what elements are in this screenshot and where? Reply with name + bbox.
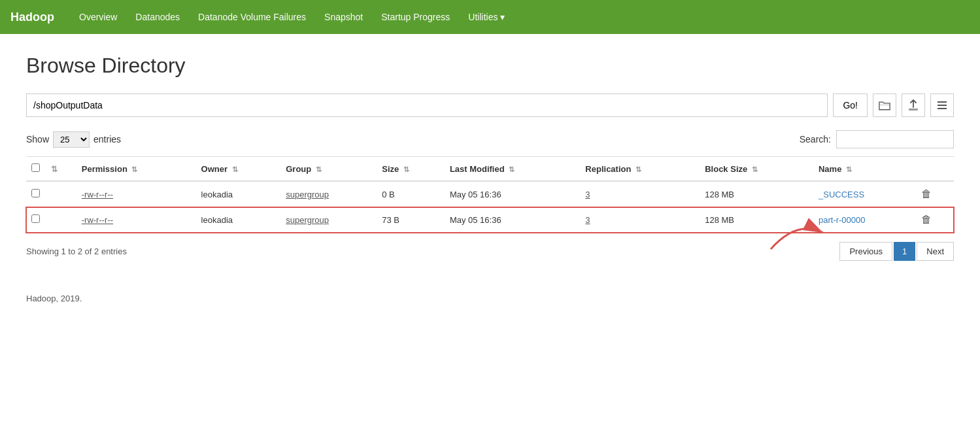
entries-select[interactable]: 10 25 50 100 — [53, 131, 90, 148]
copyright: Hadoop, 2019. — [26, 294, 954, 303]
page-title: Browse Directory — [26, 54, 954, 78]
sort-owner-icon: ⇅ — [232, 165, 238, 173]
nav-utilities[interactable]: Utilities ▾ — [459, 12, 514, 22]
row-owner-1: leokadia — [196, 207, 281, 233]
row-checkbox-1[interactable] — [31, 214, 40, 223]
svg-rect-1 — [938, 101, 947, 103]
row-modified-0: May 05 16:36 — [445, 181, 580, 207]
row-blocksize-0: 128 MB — [700, 181, 813, 207]
search-input[interactable] — [836, 130, 954, 148]
sort-group-icon: ⇅ — [316, 165, 322, 173]
list-icon — [937, 100, 947, 110]
row-name-0[interactable]: _SUCCESS — [813, 181, 916, 207]
list-icon-button[interactable] — [930, 93, 954, 117]
row-group-0: supergroup — [280, 181, 377, 207]
upload-icon — [908, 99, 919, 111]
upload-icon-button[interactable] — [902, 93, 925, 117]
th-last-modified[interactable]: Last Modified ⇅ — [445, 157, 580, 182]
th-block-size[interactable]: Block Size ⇅ — [700, 157, 813, 182]
nav-datanode-volume-failures[interactable]: Datanode Volume Failures — [189, 0, 315, 34]
row-replication-1: 3 — [580, 207, 700, 233]
page-content: Browse Directory Go! Show — [0, 34, 980, 323]
navbar: Hadoop Overview Datanodes Datanode Volum… — [0, 0, 980, 34]
row-group-1: supergroup — [280, 207, 377, 233]
sort-modified-icon: ⇅ — [509, 165, 515, 173]
svg-rect-3 — [938, 108, 947, 109]
row-modified-1: May 05 16:36 — [445, 207, 580, 233]
th-group[interactable]: Group ⇅ — [280, 157, 377, 182]
annotation-area: ⇅ Permission ⇅ Owner ⇅ Group ⇅ — [26, 156, 954, 233]
row-permission-0: -rw-r--r-- — [76, 181, 196, 207]
next-button[interactable]: Next — [917, 242, 954, 261]
folder-icon-button[interactable] — [873, 93, 896, 117]
row-owner-0: leokadia — [196, 181, 281, 207]
row-permission-1: -rw-r--r-- — [76, 207, 196, 233]
nav-overview[interactable]: Overview — [70, 0, 126, 34]
th-permission[interactable]: Permission ⇅ — [76, 157, 196, 182]
search-bar: Search: — [800, 130, 954, 148]
table-row: -rw-r--r-- leokadia supergroup 0 B May 0… — [26, 181, 954, 207]
nav-startup-progress[interactable]: Startup Progress — [372, 0, 459, 34]
row-size-0: 0 B — [377, 181, 445, 207]
entries-info: Showing 1 to 2 of 2 entries — [26, 246, 127, 256]
show-entries: Show 10 25 50 100 entries — [26, 131, 121, 148]
sort-blocksize-icon: ⇅ — [752, 165, 758, 173]
sort-replication-icon: ⇅ — [635, 165, 641, 173]
row-name-1[interactable]: part-r-00000 — [813, 207, 916, 233]
sort-name-icon: ⇅ — [846, 165, 852, 173]
svg-rect-2 — [938, 105, 947, 106]
file-link-0[interactable]: _SUCCESS — [819, 190, 864, 199]
folder-icon — [879, 100, 890, 110]
th-name[interactable]: Name ⇅ — [813, 157, 916, 182]
table-footer: Showing 1 to 2 of 2 entries Previous 1 N… — [26, 242, 954, 261]
page-1-button[interactable]: 1 — [894, 242, 915, 261]
go-button[interactable]: Go! — [833, 93, 868, 117]
th-checkbox — [26, 157, 46, 182]
table-controls: Show 10 25 50 100 entries Search: — [26, 130, 954, 148]
row-delete-0[interactable]: 🗑 — [916, 181, 954, 207]
pagination: Previous 1 Next — [839, 242, 954, 261]
th-replication[interactable]: Replication ⇅ — [580, 157, 700, 182]
nav-brand[interactable]: Hadoop — [10, 10, 54, 24]
row-checkbox-0[interactable] — [31, 189, 40, 197]
sort-permission-icon: ⇅ — [131, 165, 137, 173]
sort-all-icon: ⇅ — [51, 165, 58, 174]
nav-datanodes[interactable]: Datanodes — [126, 0, 189, 34]
file-table: ⇅ Permission ⇅ Owner ⇅ Group ⇅ — [26, 156, 954, 233]
show-label: Show — [26, 134, 49, 144]
select-all-checkbox[interactable] — [31, 163, 40, 172]
row-delete-1[interactable]: 🗑 — [916, 207, 954, 233]
path-input[interactable] — [26, 93, 828, 117]
search-label: Search: — [800, 134, 831, 144]
nav-snapshot[interactable]: Snapshot — [315, 0, 372, 34]
utilities-caret-icon: ▾ — [500, 12, 505, 22]
th-size[interactable]: Size ⇅ — [377, 157, 445, 182]
sort-size-icon: ⇅ — [403, 165, 409, 173]
table-row: -rw-r--r-- leokadia supergroup 73 B May … — [26, 207, 954, 233]
th-actions — [916, 157, 954, 182]
svg-rect-0 — [909, 109, 918, 110]
file-link-1[interactable]: part-r-00000 — [819, 215, 866, 225]
th-owner[interactable]: Owner ⇅ — [196, 157, 281, 182]
path-bar: Go! — [26, 93, 954, 117]
row-size-1: 73 B — [377, 207, 445, 233]
row-replication-0: 3 — [580, 181, 700, 207]
previous-button[interactable]: Previous — [839, 242, 892, 261]
th-sort-icon[interactable]: ⇅ — [46, 157, 76, 182]
row-blocksize-1: 128 MB — [700, 207, 813, 233]
entries-label: entries — [93, 134, 121, 144]
